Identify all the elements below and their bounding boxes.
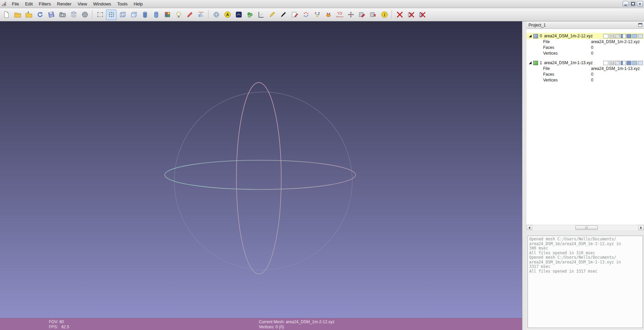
reference-icon[interactable]: Reference — [334, 10, 345, 20]
color-toggle-icon[interactable] — [638, 61, 643, 65]
property-label: Faces — [543, 72, 554, 77]
splatting-icon[interactable] — [245, 10, 255, 20]
hidden-lines-icon[interactable] — [128, 10, 139, 20]
snapshot-icon[interactable] — [57, 10, 68, 20]
mesh-layer-icon[interactable] — [533, 61, 538, 65]
smooth-toggle-icon[interactable] — [626, 61, 631, 65]
menu-help[interactable]: Help — [130, 0, 146, 8]
panel-splitter[interactable] — [522, 21, 526, 330]
flat-toggle-icon[interactable] — [621, 61, 626, 65]
open-project-icon[interactable] — [12, 10, 23, 20]
window-controls: × — [623, 1, 643, 6]
shader-icon[interactable] — [233, 10, 244, 20]
property-row: Faces 0 — [526, 45, 644, 51]
svg-text:A: A — [226, 13, 229, 17]
info-icon[interactable]: i — [379, 10, 390, 20]
light-icon[interactable] — [173, 10, 184, 20]
layer-properties: File area24_DSM_1m-2-12.xyz Faces 0 Vert… — [526, 39, 644, 56]
quality-histogram-icon[interactable] — [196, 10, 206, 20]
wireframe-toggle-icon[interactable] — [615, 34, 620, 38]
expander-icon[interactable] — [529, 61, 532, 64]
bbox-toggle-icon[interactable] — [603, 61, 608, 65]
scroll-left-icon — [529, 226, 530, 229]
ambient-occlusion-icon[interactable]: A — [222, 10, 233, 20]
layer-row[interactable]: 1 area24_DSM_1m-1-13.xyz — [526, 60, 644, 66]
raster-delete-icon[interactable] — [368, 10, 378, 20]
menu-windows[interactable]: Windows — [90, 0, 114, 8]
dock-icon[interactable] — [638, 23, 642, 27]
save-icon[interactable] — [46, 10, 56, 20]
menu-view[interactable]: View — [74, 0, 90, 8]
points-toggle-icon[interactable] — [609, 61, 614, 65]
property-label: Vertices — [543, 77, 558, 83]
smooth-toggle-icon[interactable] — [626, 34, 631, 38]
scrollbar-thumb[interactable] — [575, 225, 598, 230]
menu-bar: File Edit Filters Render View Windows To… — [0, 0, 644, 8]
scrollbar-grip-icon — [585, 226, 588, 229]
close-button[interactable]: × — [637, 1, 643, 6]
bbox-icon[interactable] — [95, 10, 105, 20]
select-edit-icon[interactable] — [184, 10, 195, 20]
layer-index: 0 — [540, 34, 542, 38]
scroll-left-button[interactable] — [526, 225, 532, 230]
new-document-icon[interactable] — [1, 10, 12, 20]
delete-mesh-icon[interactable] — [394, 10, 405, 20]
property-value: 0 — [591, 77, 593, 83]
align-mesh-icon[interactable] — [312, 10, 322, 20]
bbox-toggle-icon[interactable] — [603, 34, 608, 38]
align-points-icon[interactable] — [301, 10, 311, 20]
horizontal-scrollbar[interactable] — [526, 225, 644, 230]
menu-edit[interactable]: Edit — [22, 0, 36, 8]
menu-filters[interactable]: Filters — [36, 0, 54, 8]
points-toggle-icon[interactable] — [609, 34, 614, 38]
project-panel: Project_1 0 area24_DSM_1m-2-12.xyz — [526, 21, 644, 330]
layer-row[interactable]: 0 area24_DSM_1m-2-12.xyz — [526, 33, 644, 39]
menu-render[interactable]: Render — [54, 0, 75, 8]
menu-file[interactable]: File — [9, 0, 22, 8]
log-line: Opened mesh C:/Users/Nello/Documents/ — [529, 237, 641, 242]
scroll-right-icon — [640, 226, 642, 229]
flat-icon[interactable] — [151, 10, 161, 20]
minimize-button[interactable] — [623, 1, 629, 6]
delete-raster-icon[interactable] — [406, 10, 416, 20]
log-console[interactable]: Opened mesh C:/Users/Nello/Documents/ ar… — [527, 236, 643, 328]
layer-name[interactable]: area24_DSM_1m-1-13.xyz — [544, 60, 593, 65]
flat-toggle-icon[interactable] — [621, 34, 626, 38]
restore-button[interactable] — [630, 1, 636, 6]
flat-lines-icon[interactable] — [140, 10, 150, 20]
reload-icon[interactable] — [35, 10, 45, 20]
trackball-icon[interactable] — [211, 10, 221, 20]
expander-icon[interactable] — [529, 35, 532, 37]
zpaint-icon[interactable] — [267, 10, 278, 20]
close-project-icon[interactable] — [417, 10, 427, 20]
scroll-right-button[interactable] — [638, 225, 644, 230]
property-row: Vertices 0 — [526, 51, 644, 56]
annotate-icon[interactable] — [289, 10, 300, 20]
texture-toggle-icon[interactable] — [632, 61, 637, 65]
property-row: File area24_DSM_1m-1-13.xyz — [526, 66, 644, 72]
log-line: All files opened in 3317 msec — [529, 269, 641, 274]
wireframe-toggle-icon[interactable] — [615, 61, 620, 65]
property-value: area24_DSM_1m-2-12.xyz — [591, 39, 640, 45]
manipulator-icon[interactable] — [345, 10, 356, 20]
raster-view-icon[interactable] — [79, 10, 90, 20]
current-mesh-label: Current Mesh: area24_DSM_1m-2-12.xyz — [259, 319, 335, 325]
fov-label: FOV: 60 — [49, 319, 69, 325]
glue-icon[interactable] — [323, 10, 334, 20]
wireframe-icon[interactable] — [117, 10, 128, 20]
layer-name[interactable]: area24_DSM_1m-2-12.xyz — [544, 34, 593, 38]
menu-tools[interactable]: Tools — [114, 0, 130, 8]
status-camera-info: FOV: 60 FPS: 62.5 — [49, 319, 69, 330]
raster-edit-icon[interactable] — [357, 10, 367, 20]
pick-points-icon[interactable] — [278, 10, 289, 20]
3d-viewport[interactable] — [0, 21, 522, 318]
mesh-layer-icon[interactable] — [533, 34, 538, 38]
open-mesh-icon[interactable] — [23, 10, 34, 20]
texture-icon[interactable] — [162, 10, 173, 20]
color-toggle-icon[interactable] — [638, 34, 643, 38]
texture-toggle-icon[interactable] — [632, 34, 637, 38]
layers-dialog-icon[interactable] — [68, 10, 79, 20]
points-icon[interactable] — [106, 10, 117, 20]
measure-icon[interactable] — [256, 10, 266, 20]
trackball-vertical-ring — [236, 82, 281, 274]
